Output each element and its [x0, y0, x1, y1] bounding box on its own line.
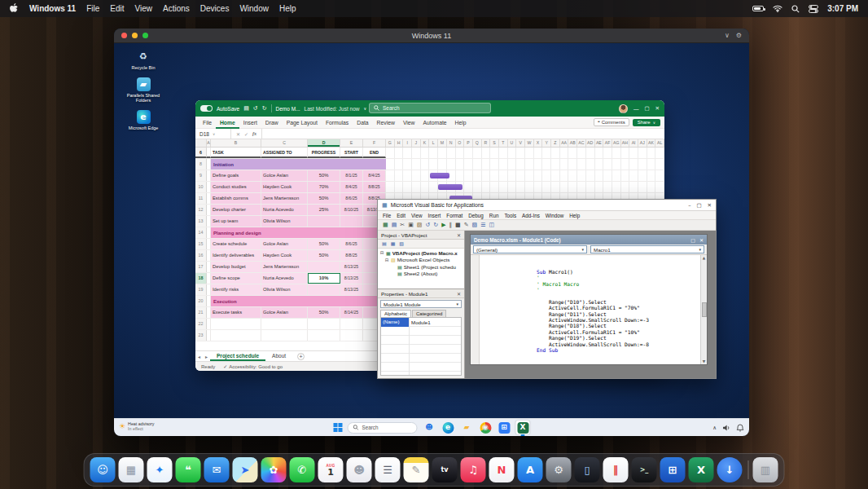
desktop-icon-microsoft-edge[interactable]: e Microsoft Edge	[122, 110, 164, 130]
break-icon[interactable]: ‖	[449, 222, 453, 228]
dock-contacts-icon[interactable]: ☻	[347, 457, 372, 482]
column-header[interactable]: AG	[612, 139, 621, 147]
column-header[interactable]: AK	[647, 139, 656, 147]
vba-title-bar[interactable]: ▦ Microsoft Visual Basic for Application…	[378, 200, 716, 211]
column-header[interactable]: K	[421, 139, 430, 147]
gantt-area[interactable]	[386, 182, 664, 192]
dock-news-icon[interactable]: N	[489, 457, 515, 482]
code-window-title-bar[interactable]: Demo Macro.xlsm - Module1 (Code) ▢ ✕	[471, 235, 707, 244]
insert-function-icon[interactable]: fx	[252, 131, 256, 136]
dock-terminal-icon[interactable]: >_	[632, 457, 657, 482]
close-icon[interactable]: ✕	[457, 291, 461, 297]
project-tree-item[interactable]: ▤ Sheet2 (About)	[378, 271, 464, 278]
paste-icon[interactable]: ▨	[417, 222, 423, 228]
vba-menu-item[interactable]: Insert	[428, 213, 441, 218]
maximize-button[interactable]: ▢	[696, 202, 701, 209]
view-excel-icon[interactable]: ▦	[383, 222, 388, 228]
ribbon-tab[interactable]: Formulas	[322, 117, 353, 129]
column-header[interactable]: Z	[551, 139, 560, 147]
column-header[interactable]: L	[429, 139, 438, 147]
object-browser-icon[interactable]: ◫	[489, 222, 494, 228]
restore-button[interactable]: ▢	[690, 237, 695, 243]
column-header[interactable]: AL	[655, 139, 664, 147]
column-header[interactable]: AJ	[638, 139, 647, 147]
desktop-icon-recycle-bin[interactable]: ♻ Recycle Bin	[122, 50, 164, 70]
dock-launchpad-icon[interactable]: ▦	[119, 457, 144, 482]
dock-tv-icon[interactable]: tv	[432, 457, 458, 482]
desktop-icon-parallels-shared-folders[interactable]: ▰ Parallels Shared Folders	[122, 77, 164, 103]
share-button[interactable]: Share∨	[633, 119, 660, 126]
wifi-icon[interactable]	[773, 5, 783, 12]
last-modified-label[interactable]: Last Modified: Just now	[305, 106, 360, 112]
toggle-folders-icon[interactable]: ▧	[399, 241, 404, 246]
object-dropdown[interactable]: (General)▾	[473, 245, 587, 253]
apple-menu-icon[interactable]	[10, 3, 19, 14]
close-button[interactable]: ✕	[655, 105, 660, 112]
object-selector[interactable]: Module1 Module▾	[380, 300, 462, 308]
row-header[interactable]: 6	[195, 148, 207, 158]
undo-icon[interactable]: ↺	[425, 222, 430, 228]
column-header[interactable]: AA	[560, 139, 569, 147]
gantt-area[interactable]	[386, 170, 664, 181]
vba-menu-item[interactable]: Edit	[397, 213, 406, 218]
dock-app-store-icon[interactable]: A	[518, 457, 543, 482]
dock-finder-icon[interactable]: ☺	[90, 457, 116, 482]
view-object-icon[interactable]: ▦	[391, 241, 396, 246]
weather-widget[interactable]: ☀ Heat advisoryIn effect	[119, 421, 154, 431]
vba-menu-item[interactable]: Tools	[504, 213, 516, 218]
column-header[interactable]: B	[211, 139, 261, 147]
accessibility-status[interactable]: Accessibility: Good to go	[229, 364, 283, 369]
column-header[interactable]: J	[412, 139, 421, 147]
column-header[interactable]: H	[395, 139, 404, 147]
dock-excel-icon[interactable]: X	[689, 457, 714, 482]
control-center-icon[interactable]	[809, 5, 818, 13]
gantt-area[interactable]	[386, 148, 664, 158]
column-header[interactable]: AI	[629, 139, 638, 147]
project-tree[interactable]: ⊟ ▦ VBAProject (Demo Macro.x ⊟ ▨ Microso…	[378, 249, 464, 289]
dock-parallels-icon[interactable]: ‖	[603, 457, 629, 482]
column-header[interactable]: AH	[621, 139, 630, 147]
row-header[interactable]: 16	[195, 250, 207, 261]
minimize-button[interactable]: –	[688, 202, 690, 209]
ribbon-tab[interactable]: Home	[216, 117, 239, 129]
column-header[interactable]: Q	[473, 139, 482, 147]
taskbar-excel-icon[interactable]: X	[516, 421, 530, 434]
menubar-menu-item[interactable]: Edit	[110, 4, 124, 13]
dock-music-icon[interactable]: ♫	[461, 457, 486, 482]
column-header[interactable]: AB	[568, 139, 577, 147]
dock-photos-icon[interactable]: ✿	[261, 457, 287, 482]
property-key[interactable]: (Name)	[381, 318, 409, 327]
ribbon-tab[interactable]: Draw	[261, 117, 283, 129]
project-tree-item[interactable]: ⊟ ▨ Microsoft Excel Objects	[378, 257, 464, 264]
autosave-toggle[interactable]	[200, 105, 213, 112]
taskbar-chrome-icon[interactable]: ◉	[479, 421, 493, 434]
project-explorer-icon[interactable]: ▧	[472, 222, 478, 228]
close-button[interactable]: ✕	[699, 237, 704, 243]
vertical-scrollbar[interactable]: ▲▼	[700, 255, 707, 364]
row-header[interactable]: 12	[195, 205, 207, 215]
column-header[interactable]: P	[464, 139, 473, 147]
column-header[interactable]: F	[363, 139, 386, 147]
column-header[interactable]: C	[261, 139, 308, 147]
row-header[interactable]: 21	[195, 307, 207, 318]
vba-menu-item[interactable]: Run	[489, 213, 499, 218]
sheet-nav-right-icon[interactable]: ▸	[203, 354, 210, 359]
row-header[interactable]: 17	[195, 262, 207, 272]
row-header[interactable]: 13	[195, 216, 207, 227]
sheet-nav-left-icon[interactable]: ◂	[195, 354, 203, 359]
vba-menu-item[interactable]: Format	[446, 213, 462, 218]
name-box[interactable]: D18∨	[195, 129, 231, 139]
undo-icon[interactable]: ↺	[253, 105, 258, 112]
expand-icon[interactable]: ⊟	[379, 250, 384, 255]
taskbar-search-box[interactable]: Search	[348, 422, 418, 434]
property-value[interactable]: Module1	[409, 319, 431, 325]
dock-calendar-icon[interactable]: AUG 1	[318, 457, 344, 482]
menubar-menu-item[interactable]: Window	[239, 4, 269, 13]
row-header[interactable]: 22	[195, 319, 207, 329]
taskbar-people-icon[interactable]: ☻	[423, 421, 436, 434]
save-icon[interactable]: ▤	[392, 222, 397, 228]
dock-notes-icon[interactable]: ✎	[404, 457, 429, 482]
property-row[interactable]: (Name) Module1	[381, 318, 461, 327]
column-header[interactable]: S	[490, 139, 499, 147]
cancel-icon[interactable]: ✕	[236, 131, 240, 137]
